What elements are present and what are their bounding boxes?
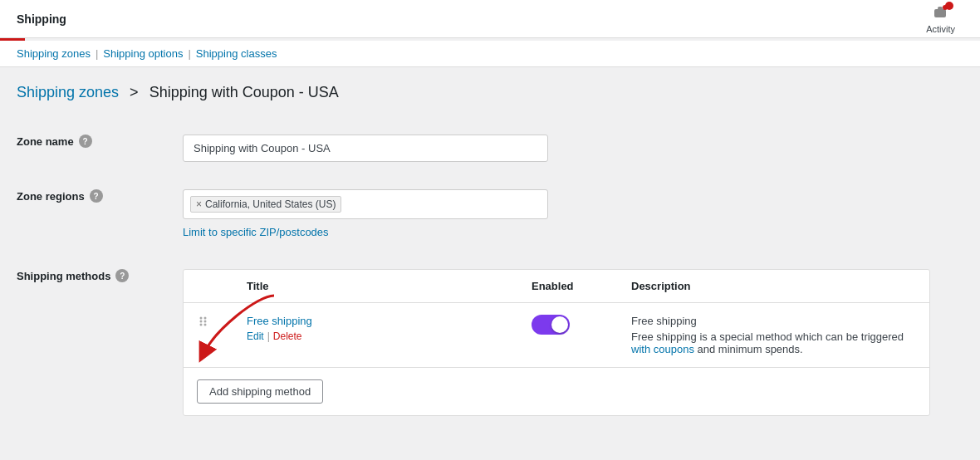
region-tag-remove[interactable]: ×: [196, 198, 202, 210]
method-desc-title: Free shipping: [631, 315, 916, 327]
breadcrumb-separator: >: [130, 84, 139, 100]
toggle-thumb: [551, 316, 568, 333]
activity-icon: [932, 4, 950, 22]
method-toggle[interactable]: [532, 315, 570, 335]
sub-nav: Shipping zones | Shipping options | Ship…: [0, 41, 980, 67]
methods-col-enabled: Enabled: [532, 280, 631, 292]
method-description-cell: Free shipping Free shipping is a special…: [631, 315, 916, 355]
toggle-track: [532, 315, 570, 335]
breadcrumb-parent-link[interactable]: Shipping zones: [17, 84, 119, 100]
activity-label: Activity: [926, 24, 955, 34]
shipping-methods-row: Shipping methods ? Title Enabled Descrip…: [17, 252, 963, 430]
shipping-methods-help-icon[interactable]: ?: [115, 269, 129, 282]
method-action-sep: |: [267, 330, 270, 342]
svg-point-5: [200, 324, 203, 326]
page-title: Shipping: [17, 12, 66, 26]
zone-name-row: Zone name ?: [17, 121, 963, 176]
form-table: Zone name ? Zone regions ?: [17, 121, 963, 430]
svg-point-3: [200, 317, 203, 320]
zone-name-label: Zone name ?: [17, 121, 183, 176]
shipping-methods-cell: Title Enabled Description: [183, 252, 963, 430]
zone-name-help-icon[interactable]: ?: [79, 135, 92, 148]
add-shipping-method-button[interactable]: Add shipping method: [197, 379, 323, 404]
breadcrumb-current: Shipping with Coupon - USA: [149, 84, 339, 100]
sub-nav-shipping-zones[interactable]: Shipping zones: [17, 47, 91, 60]
method-desc-detail: Free shipping is a special method which …: [631, 330, 916, 355]
sub-nav-shipping-options[interactable]: Shipping options: [103, 47, 183, 60]
method-row: Free shipping Edit | Delete: [184, 303, 929, 368]
top-bar: Shipping Activity: [0, 0, 980, 38]
add-method-row: Add shipping method: [184, 368, 929, 415]
sub-nav-sep-1: |: [96, 47, 98, 60]
methods-table-header: Title Enabled Description: [184, 270, 929, 303]
zone-regions-field-cell: × California, United States (US) Limit t…: [183, 176, 963, 252]
zone-regions-label: Zone regions ?: [17, 176, 183, 252]
region-tag-label: California, United States (US): [205, 198, 336, 210]
svg-point-4: [200, 321, 203, 323]
region-tag: × California, United States (US): [190, 196, 341, 213]
svg-rect-0: [934, 9, 946, 17]
svg-rect-1: [938, 7, 943, 10]
breadcrumb: Shipping zones > Shipping with Coupon - …: [17, 84, 963, 101]
sub-nav-sep-2: |: [188, 47, 190, 60]
zone-regions-help-icon[interactable]: ?: [90, 189, 103, 203]
method-actions: Edit | Delete: [247, 330, 532, 342]
svg-point-6: [204, 317, 207, 320]
with-coupons-link[interactable]: with coupons: [631, 343, 694, 355]
main-content: Shipping zones > Shipping with Coupon - …: [0, 67, 980, 447]
methods-col-description: Description: [631, 280, 916, 292]
svg-point-8: [204, 324, 207, 326]
method-title-cell: Free shipping Edit | Delete: [247, 315, 532, 342]
method-enabled-cell: [532, 315, 631, 335]
method-edit-link[interactable]: Edit: [247, 330, 264, 342]
sub-nav-shipping-classes[interactable]: Shipping classes: [196, 47, 277, 60]
region-tag-input[interactable]: × California, United States (US): [183, 189, 548, 219]
activity-badge: [945, 2, 953, 10]
zone-regions-row: Zone regions ? × California, United Stat…: [17, 176, 963, 252]
methods-container: Title Enabled Description: [183, 269, 930, 416]
methods-col-drag: [197, 280, 247, 292]
zone-name-input[interactable]: [183, 135, 548, 162]
drag-handle[interactable]: [197, 315, 247, 328]
method-delete-link[interactable]: Delete: [273, 330, 302, 342]
svg-point-7: [204, 321, 207, 323]
limit-zip-link[interactable]: Limit to specific ZIP/postcodes: [183, 226, 963, 238]
methods-col-title: Title: [247, 280, 532, 292]
page-wrapper: Shipping Activity Shipping zones | Shipp…: [0, 0, 980, 460]
zone-name-field-cell: [183, 121, 963, 176]
method-name-link[interactable]: Free shipping: [247, 315, 532, 327]
shipping-methods-label: Shipping methods ?: [17, 252, 183, 430]
activity-button[interactable]: Activity: [918, 0, 963, 39]
